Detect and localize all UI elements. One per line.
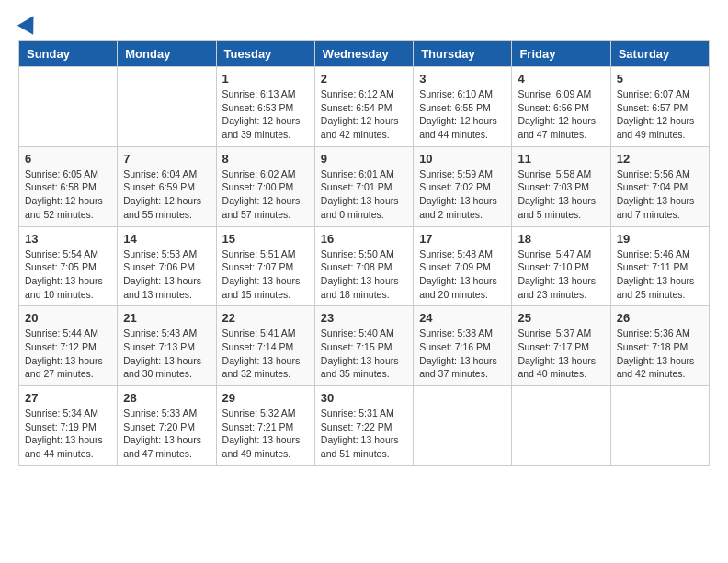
calendar-week-row: 6Sunrise: 6:05 AMSunset: 6:58 PMDaylight…	[19, 146, 710, 226]
cell-info: Sunrise: 5:44 AMSunset: 7:12 PMDaylight:…	[25, 327, 111, 381]
cell-info: Sunrise: 5:56 AMSunset: 7:04 PMDaylight:…	[617, 167, 703, 222]
day-number: 22	[222, 311, 309, 325]
cell-info: Sunrise: 5:36 AMSunset: 7:18 PMDaylight:…	[617, 327, 703, 381]
cell-info: Sunrise: 6:07 AMSunset: 6:57 PMDaylight:…	[617, 87, 703, 142]
day-number: 8	[222, 152, 309, 166]
cell-info: Sunrise: 6:02 AMSunset: 7:00 PMDaylight:…	[222, 167, 309, 222]
day-number: 23	[321, 311, 407, 325]
calendar-cell: 8Sunrise: 6:02 AMSunset: 7:00 PMDaylight…	[216, 146, 314, 226]
day-number: 30	[321, 391, 407, 405]
cell-info: Sunrise: 6:05 AMSunset: 6:58 PMDaylight:…	[25, 167, 111, 222]
day-number: 14	[123, 232, 210, 246]
page-header	[18, 18, 710, 31]
calendar-cell: 14Sunrise: 5:53 AMSunset: 7:06 PMDayligh…	[118, 226, 216, 306]
cell-info: Sunrise: 5:50 AMSunset: 7:08 PMDaylight:…	[321, 247, 407, 302]
calendar-cell	[610, 386, 709, 466]
calendar-cell	[512, 386, 610, 466]
cell-info: Sunrise: 5:31 AMSunset: 7:22 PMDaylight:…	[321, 407, 407, 461]
calendar-cell: 1Sunrise: 6:13 AMSunset: 6:53 PMDaylight…	[216, 67, 314, 147]
calendar-table: SundayMondayTuesdayWednesdayThursdayFrid…	[18, 40, 710, 466]
calendar-header-row: SundayMondayTuesdayWednesdayThursdayFrid…	[19, 41, 710, 67]
cell-info: Sunrise: 5:48 AMSunset: 7:09 PMDaylight:…	[419, 247, 506, 302]
calendar-cell: 30Sunrise: 5:31 AMSunset: 7:22 PMDayligh…	[314, 386, 413, 466]
day-number: 4	[518, 72, 604, 86]
day-number: 16	[321, 232, 407, 246]
calendar-cell	[414, 386, 512, 466]
weekday-header-wednesday: Wednesday	[314, 41, 413, 67]
day-number: 12	[617, 152, 703, 166]
calendar-cell: 16Sunrise: 5:50 AMSunset: 7:08 PMDayligh…	[314, 226, 413, 306]
logo	[18, 18, 39, 31]
day-number: 25	[518, 311, 604, 325]
cell-info: Sunrise: 5:33 AMSunset: 7:20 PMDaylight:…	[123, 407, 210, 461]
day-number: 15	[222, 232, 309, 246]
calendar-week-row: 20Sunrise: 5:44 AMSunset: 7:12 PMDayligh…	[19, 306, 710, 386]
cell-info: Sunrise: 5:47 AMSunset: 7:10 PMDaylight:…	[518, 247, 604, 302]
day-number: 9	[321, 152, 407, 166]
day-number: 7	[123, 152, 210, 166]
calendar-cell: 27Sunrise: 5:34 AMSunset: 7:19 PMDayligh…	[19, 386, 118, 466]
calendar-week-row: 1Sunrise: 6:13 AMSunset: 6:53 PMDaylight…	[19, 67, 710, 147]
calendar-week-row: 13Sunrise: 5:54 AMSunset: 7:05 PMDayligh…	[19, 226, 710, 306]
cell-info: Sunrise: 6:12 AMSunset: 6:54 PMDaylight:…	[321, 87, 407, 142]
day-number: 29	[222, 391, 309, 405]
day-number: 3	[419, 72, 506, 86]
calendar-cell: 28Sunrise: 5:33 AMSunset: 7:20 PMDayligh…	[118, 386, 216, 466]
day-number: 20	[25, 311, 111, 325]
calendar-cell	[19, 67, 118, 147]
day-number: 24	[419, 311, 506, 325]
weekday-header-monday: Monday	[118, 41, 216, 67]
cell-info: Sunrise: 5:46 AMSunset: 7:11 PMDaylight:…	[617, 247, 703, 302]
calendar-cell: 21Sunrise: 5:43 AMSunset: 7:13 PMDayligh…	[118, 306, 216, 386]
calendar-cell: 12Sunrise: 5:56 AMSunset: 7:04 PMDayligh…	[610, 146, 709, 226]
day-number: 10	[419, 152, 506, 166]
calendar-cell: 3Sunrise: 6:10 AMSunset: 6:55 PMDaylight…	[414, 67, 512, 147]
calendar-cell: 15Sunrise: 5:51 AMSunset: 7:07 PMDayligh…	[216, 226, 314, 306]
day-number: 18	[518, 232, 604, 246]
weekday-header-sunday: Sunday	[19, 41, 118, 67]
cell-info: Sunrise: 6:09 AMSunset: 6:56 PMDaylight:…	[518, 87, 604, 142]
calendar-cell: 23Sunrise: 5:40 AMSunset: 7:15 PMDayligh…	[314, 306, 413, 386]
cell-info: Sunrise: 5:43 AMSunset: 7:13 PMDaylight:…	[123, 327, 210, 381]
calendar-week-row: 27Sunrise: 5:34 AMSunset: 7:19 PMDayligh…	[19, 386, 710, 466]
cell-info: Sunrise: 5:58 AMSunset: 7:03 PMDaylight:…	[518, 167, 604, 222]
day-number: 21	[123, 311, 210, 325]
cell-info: Sunrise: 5:40 AMSunset: 7:15 PMDaylight:…	[321, 327, 407, 381]
calendar-cell: 4Sunrise: 6:09 AMSunset: 6:56 PMDaylight…	[512, 67, 610, 147]
day-number: 5	[617, 72, 703, 86]
day-number: 1	[222, 72, 309, 86]
calendar-cell: 5Sunrise: 6:07 AMSunset: 6:57 PMDaylight…	[610, 67, 709, 147]
cell-info: Sunrise: 5:32 AMSunset: 7:21 PMDaylight:…	[222, 407, 309, 461]
day-number: 19	[617, 232, 703, 246]
weekday-header-thursday: Thursday	[414, 41, 512, 67]
day-number: 2	[321, 72, 407, 86]
calendar-cell: 20Sunrise: 5:44 AMSunset: 7:12 PMDayligh…	[19, 306, 118, 386]
calendar-cell: 18Sunrise: 5:47 AMSunset: 7:10 PMDayligh…	[512, 226, 610, 306]
calendar-cell: 17Sunrise: 5:48 AMSunset: 7:09 PMDayligh…	[414, 226, 512, 306]
cell-info: Sunrise: 5:53 AMSunset: 7:06 PMDaylight:…	[123, 247, 210, 302]
cell-info: Sunrise: 5:41 AMSunset: 7:14 PMDaylight:…	[222, 327, 309, 381]
cell-info: Sunrise: 6:01 AMSunset: 7:01 PMDaylight:…	[321, 167, 407, 222]
day-number: 28	[123, 391, 210, 405]
calendar-cell: 11Sunrise: 5:58 AMSunset: 7:03 PMDayligh…	[512, 146, 610, 226]
cell-info: Sunrise: 5:34 AMSunset: 7:19 PMDaylight:…	[25, 407, 111, 461]
calendar-cell: 29Sunrise: 5:32 AMSunset: 7:21 PMDayligh…	[216, 386, 314, 466]
calendar-cell: 19Sunrise: 5:46 AMSunset: 7:11 PMDayligh…	[610, 226, 709, 306]
calendar-cell: 25Sunrise: 5:37 AMSunset: 7:17 PMDayligh…	[512, 306, 610, 386]
day-number: 17	[419, 232, 506, 246]
cell-info: Sunrise: 5:38 AMSunset: 7:16 PMDaylight:…	[419, 327, 506, 381]
calendar-cell: 7Sunrise: 6:04 AMSunset: 6:59 PMDaylight…	[118, 146, 216, 226]
cell-info: Sunrise: 5:51 AMSunset: 7:07 PMDaylight:…	[222, 247, 309, 302]
cell-info: Sunrise: 6:04 AMSunset: 6:59 PMDaylight:…	[123, 167, 210, 222]
calendar-cell	[118, 67, 216, 147]
calendar-cell: 9Sunrise: 6:01 AMSunset: 7:01 PMDaylight…	[314, 146, 413, 226]
day-number: 13	[25, 232, 111, 246]
logo-triangle-icon	[17, 11, 41, 35]
weekday-header-tuesday: Tuesday	[216, 41, 314, 67]
calendar-cell: 24Sunrise: 5:38 AMSunset: 7:16 PMDayligh…	[414, 306, 512, 386]
calendar-cell: 10Sunrise: 5:59 AMSunset: 7:02 PMDayligh…	[414, 146, 512, 226]
calendar-cell: 2Sunrise: 6:12 AMSunset: 6:54 PMDaylight…	[314, 67, 413, 147]
calendar-cell: 26Sunrise: 5:36 AMSunset: 7:18 PMDayligh…	[610, 306, 709, 386]
day-number: 6	[25, 152, 111, 166]
day-number: 11	[518, 152, 604, 166]
